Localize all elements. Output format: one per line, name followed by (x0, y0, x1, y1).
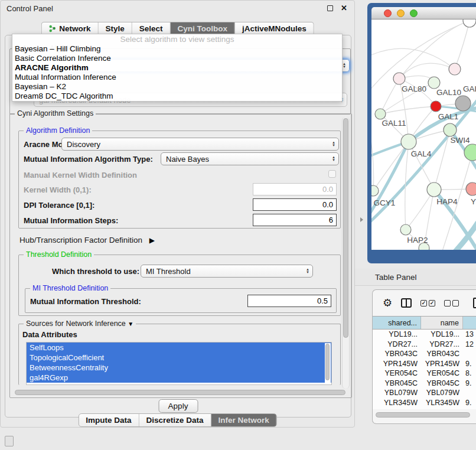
float-window-icon[interactable] (327, 5, 333, 11)
table-function-icon[interactable] (473, 298, 476, 308)
mi-threshold-field[interactable]: 0.5 (247, 295, 331, 307)
table-row[interactable]: YPR145W YPR145W 9. (373, 359, 476, 369)
node-gal11[interactable] (375, 109, 386, 119)
attribute-item[interactable]: SelfLoops (27, 343, 331, 353)
algorithm-option[interactable]: Dream8 DC_TDC Algorithm (12, 92, 342, 101)
node-hap4[interactable] (427, 182, 441, 197)
kernel-width-field[interactable]: 0.0 (253, 183, 337, 195)
cell: YPR145W (373, 359, 421, 369)
tab-infer-network-label: Infer Network (218, 416, 269, 425)
node-gcy1[interactable] (371, 185, 379, 196)
algorithm-definition-title: Algorithm Definition (24, 126, 92, 135)
attribute-item[interactable]: TopologicalCoefficient (27, 353, 331, 363)
table-row[interactable]: YDR27... YDR27... 12 (373, 340, 476, 350)
which-threshold-label: Which threshold to use: (52, 267, 139, 276)
attributes-list-scrollbar[interactable] (325, 343, 331, 384)
node-swi4[interactable] (444, 123, 457, 136)
column-layout-icon[interactable] (401, 298, 412, 308)
dock-button[interactable] (5, 436, 14, 446)
attributes-list-scrollbar-thumb[interactable] (325, 344, 330, 380)
tab-select-label: Select (139, 24, 163, 33)
control-panel: Control Panel ✕ Network Style Select Cyn… (0, 0, 355, 428)
combo-stepper-icon: ▲▼ (303, 268, 312, 274)
checked-box-icon: ✓ (420, 300, 427, 306)
node-label-gal11: GAL11 (382, 119, 406, 128)
network-view-window: GAL80 GAL10 GAL1 GAL11 SWI4 GAL4 GCY1 HA… (367, 3, 476, 263)
tab-discretize-data[interactable]: Discretize Data (139, 414, 211, 426)
node-gray[interactable] (455, 96, 471, 111)
node-hap2[interactable] (400, 224, 411, 235)
minimize-traffic-light-icon[interactable] (397, 9, 405, 17)
table-horizontal-scrollbar-thumb[interactable] (376, 412, 470, 418)
table-row[interactable]: YBR043C YBR043C (373, 349, 476, 359)
tab-select[interactable]: Select (132, 22, 171, 35)
splitter-collapse-icon[interactable] (360, 217, 363, 222)
attribute-item[interactable]: BetweennessCentrality (27, 363, 331, 373)
aracne-mode-combobox[interactable]: Discovery ▲▼ (61, 138, 339, 151)
node-gal4[interactable] (401, 134, 416, 149)
node-gal80[interactable] (393, 73, 405, 84)
stepper-down-icon: ▼ (332, 144, 335, 147)
algorithm-option[interactable]: Basic Correlation Inference (12, 54, 342, 63)
tab-network-label: Network (59, 24, 90, 33)
tab-impute-data[interactable]: Impute Data (79, 414, 139, 426)
gray-edges (371, 21, 472, 250)
settings-horizontal-scrollbar[interactable] (15, 390, 345, 395)
settings-vertical-scrollbar-thumb[interactable] (343, 118, 348, 338)
close-traffic-light-icon[interactable] (384, 9, 392, 17)
mi-type-combobox[interactable]: Naive Bayes ▲▼ (161, 152, 339, 165)
cell: YBL079W (373, 388, 421, 398)
table-row[interactable]: YBR045C YBR045C 9. (373, 379, 476, 389)
node-label-hap4: HAP4 (436, 197, 458, 206)
collapse-down-icon[interactable]: ▼ (128, 321, 133, 327)
cell: 8. (463, 369, 476, 379)
column-header-name[interactable]: name (421, 317, 463, 329)
table-row[interactable]: YBL079W YBL079W (373, 388, 476, 398)
apply-button[interactable]: Apply (158, 399, 198, 413)
tab-style[interactable]: Style (98, 22, 132, 35)
mi-threshold-group-title: MI Threshold Definition (30, 284, 110, 292)
close-icon[interactable]: ✕ (341, 5, 347, 11)
node-salmon[interactable] (466, 182, 476, 195)
which-threshold-combobox[interactable]: MI Threshold ▲▼ (141, 265, 313, 278)
settings-vertical-scrollbar[interactable] (342, 117, 350, 389)
table-row[interactable]: YIL052C YIL052C 9. (373, 407, 476, 409)
algorithm-option[interactable]: Mutual Information Inference (12, 73, 342, 82)
node-unlabeled[interactable] (463, 19, 476, 27)
algorithm-option[interactable]: Bayesian – Hill Climbing (12, 44, 342, 54)
select-all-icon[interactable]: ✓ ✓ (420, 300, 435, 306)
node-gal1-red[interactable] (431, 101, 441, 112)
node-gal10[interactable] (428, 77, 440, 89)
combo-stepper-icon: ▲▼ (329, 156, 338, 162)
gear-icon[interactable]: ⚙ (383, 298, 392, 308)
dpi-tolerance-field[interactable]: 0.0 (253, 198, 337, 211)
cell: 9. (463, 407, 476, 409)
tab-cyni-toolbox[interactable]: Cyni Toolbox (171, 22, 236, 35)
expand-right-icon[interactable]: ▶ (149, 236, 155, 244)
network-canvas[interactable]: GAL80 GAL10 GAL1 GAL11 SWI4 GAL4 GCY1 HA… (371, 19, 476, 250)
node-label-gcy1: GCY1 (374, 198, 396, 207)
hub-definition-expander[interactable]: Hub/Transcription Factor Definition ▶ (19, 236, 155, 244)
node-label-gal80: GAL80 (402, 84, 426, 93)
column-header-cut[interactable] (463, 317, 476, 329)
node-green-large[interactable] (464, 144, 476, 161)
tab-infer-network[interactable]: Infer Network (211, 414, 276, 426)
table-row[interactable]: YDL19... YDL19... 13 (373, 330, 476, 340)
algorithm-option[interactable]: Bayesian – K2 (12, 82, 342, 92)
node-gal-cut[interactable] (449, 63, 461, 75)
mi-steps-field[interactable]: 6 (253, 214, 337, 226)
table-horizontal-scrollbar[interactable] (373, 412, 476, 420)
table-row[interactable]: YLR345W YLR345W 9. (373, 398, 476, 408)
attribute-item[interactable]: gal4RGexp (27, 373, 331, 383)
manual-kernel-checkbox[interactable] (328, 170, 336, 178)
cyni-algorithm-settings-title: Cyni Algorithm Settings (15, 109, 96, 118)
tab-jactivemnodules[interactable]: jActiveMNodules (235, 22, 314, 35)
table-row[interactable]: YER054C YER054C 8. (373, 369, 476, 379)
column-header-shared-name[interactable]: shared... (373, 317, 421, 329)
zoom-traffic-light-icon[interactable] (410, 9, 418, 17)
deselect-all-icon[interactable] (444, 300, 459, 306)
algorithm-option-selected[interactable]: ARACNE Algorithm (12, 63, 342, 73)
unchecked-box-icon (444, 300, 451, 306)
mi-type-label: Mutual Information Algorithm Type: (24, 155, 153, 164)
tab-network[interactable]: Network (41, 22, 98, 35)
